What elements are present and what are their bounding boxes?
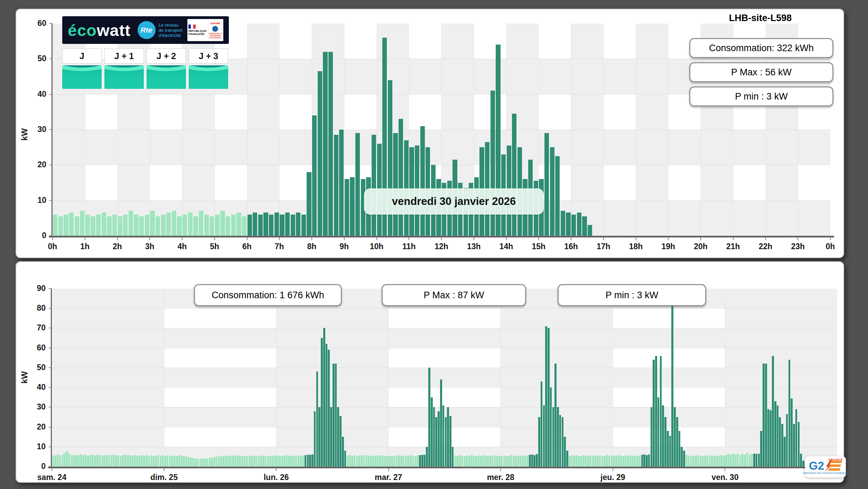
power-bar — [557, 407, 559, 467]
power-bar — [704, 455, 706, 467]
power-bar — [326, 344, 328, 467]
power-bar — [428, 368, 430, 467]
power-bar — [96, 215, 101, 236]
power-bar — [164, 456, 166, 467]
power-bar — [498, 456, 501, 467]
power-bar — [657, 397, 660, 467]
power-bar — [183, 456, 185, 467]
power-bar — [760, 431, 762, 467]
power-bar — [456, 456, 458, 467]
y-tick-label: 0 — [28, 231, 46, 240]
day-tile-j2[interactable]: J + 2 — [147, 48, 186, 89]
gridline-vertical — [164, 289, 165, 467]
day-tile-j1[interactable]: J + 1 — [104, 48, 144, 89]
power-bar — [129, 455, 131, 467]
power-bar — [290, 455, 292, 467]
power-bar — [286, 455, 288, 467]
power-bar — [120, 456, 122, 467]
y-axis-tick — [49, 407, 52, 407]
power-bar — [314, 411, 316, 467]
power-bar — [111, 455, 113, 467]
power-bar — [339, 130, 344, 236]
ademe-globe-icon — [212, 26, 218, 32]
power-bar — [505, 456, 507, 467]
power-bar — [107, 216, 111, 236]
x-axis-tick — [474, 237, 474, 240]
power-bar — [220, 456, 222, 467]
power-bar — [345, 179, 349, 236]
gridline-horizontal — [53, 130, 830, 130]
power-bar — [399, 119, 403, 236]
power-bar — [141, 455, 143, 467]
power-bar — [223, 456, 225, 467]
x-tick-label: ven. 30 — [704, 473, 746, 482]
day-y-axis — [52, 23, 53, 237]
g2e-logo[interactable]: G2 FRANCE Optimisation des ressources én… — [805, 456, 846, 478]
power-bar — [307, 172, 311, 236]
day-tile-j[interactable]: J — [62, 48, 102, 89]
y-axis-tick — [49, 288, 52, 289]
power-bar — [75, 216, 79, 236]
x-axis-tick — [149, 237, 150, 240]
power-bar — [260, 456, 262, 467]
power-bar — [424, 455, 426, 467]
x-axis-tick — [538, 237, 539, 240]
power-bar — [587, 455, 589, 467]
power-bar — [351, 456, 353, 467]
power-bar — [426, 447, 428, 467]
y-tick-label: 70 — [28, 323, 46, 332]
power-bar — [720, 455, 722, 467]
day-tile-j3[interactable]: J + 3 — [189, 48, 228, 89]
x-tick-label: mer. 28 — [480, 473, 521, 482]
power-bar — [372, 135, 376, 236]
background-cell — [725, 348, 837, 368]
power-bar — [92, 455, 94, 467]
power-bar — [167, 455, 169, 467]
power-bar — [334, 135, 338, 236]
power-bar — [363, 456, 365, 467]
power-bar — [176, 456, 178, 467]
power-bar — [279, 455, 281, 467]
g2e-france-label: FRANCE — [829, 458, 843, 461]
power-bar — [435, 417, 437, 467]
power-bar — [594, 455, 596, 467]
day-tile-j3-label: J + 3 — [189, 48, 228, 64]
power-bar — [744, 455, 746, 467]
power-bar — [620, 456, 622, 467]
power-bar — [288, 456, 290, 467]
x-tick-label: mar. 27 — [368, 473, 409, 482]
power-bar — [634, 456, 636, 467]
power-bar — [361, 455, 363, 467]
power-bar — [550, 147, 554, 236]
power-bar — [305, 455, 307, 467]
g2e-wordmark: G2 — [809, 460, 824, 471]
power-bar — [335, 364, 337, 467]
x-axis-tick — [797, 237, 798, 240]
power-bar — [367, 456, 370, 467]
power-bar — [262, 455, 264, 467]
power-bar — [131, 456, 133, 467]
power-bar — [503, 455, 505, 467]
power-bar — [206, 459, 208, 467]
x-axis-tick — [247, 237, 248, 240]
power-bar — [648, 454, 650, 467]
rte-logo-icon: Rte — [138, 21, 156, 39]
y-axis-tick — [49, 23, 52, 24]
power-bar — [793, 424, 795, 467]
background-cell — [766, 165, 798, 200]
power-bar — [69, 213, 74, 236]
power-bar — [398, 455, 400, 467]
power-bar — [258, 456, 260, 467]
power-bar — [728, 454, 730, 467]
background-cell — [506, 23, 539, 59]
power-bar — [646, 455, 648, 467]
power-bar — [566, 213, 570, 236]
power-bar — [615, 456, 617, 467]
y-tick-label: 10 — [28, 442, 46, 451]
week-consumption-stat: Consommation: 1 676 kWh — [194, 284, 342, 306]
x-axis-tick — [214, 237, 215, 240]
power-bar — [309, 455, 311, 467]
power-bar — [655, 356, 657, 467]
republique-francaise-logo: RÉPUBLIQUE FRANÇAISE ADEME AGENCE DE LA … — [187, 19, 223, 41]
power-bar — [127, 455, 129, 467]
